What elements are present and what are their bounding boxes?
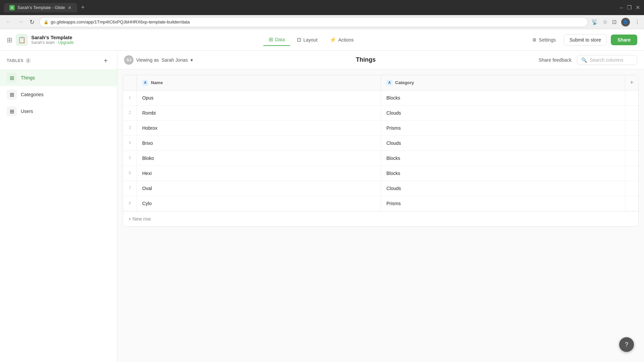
settings-label: Settings <box>539 37 556 43</box>
cast-icon: 📡 <box>591 19 598 25</box>
app-header: ⊞ 📋 Sarah's Template Sarah's team · Upgr… <box>0 29 644 51</box>
new-row-button[interactable]: + New row <box>123 212 381 226</box>
cell-category-6[interactable]: Blocks <box>381 166 625 181</box>
share-button[interactable]: Share <box>611 35 637 45</box>
address-bar[interactable]: 🔒 go.glideapps.com/app/1Tmp4IC6xPQJbHHRX… <box>39 17 588 27</box>
cell-category-3[interactable]: Prisms <box>381 121 625 135</box>
app-name-area: Sarah's Template Sarah's team · Upgrade <box>31 35 73 45</box>
sidebar-item-things[interactable]: ⊞ Things <box>0 69 117 86</box>
restore-button[interactable]: ❐ <box>627 4 632 11</box>
table-row: 6 Hexi Blocks <box>123 166 638 181</box>
cell-category-7[interactable]: Clouds <box>381 181 625 196</box>
cell-name-1[interactable]: Opus <box>137 90 381 105</box>
sidebar-item-categories[interactable]: ⊞ Categories <box>0 86 117 103</box>
viewing-as-selector[interactable]: SJ Viewing as Sarah Jonas ▾ <box>124 55 193 65</box>
cell-name-8[interactable]: Cylo <box>137 196 381 211</box>
cell-extra-4 <box>625 136 638 150</box>
user-avatar: SJ <box>124 55 133 65</box>
close-window-button[interactable]: ✕ <box>636 4 640 11</box>
cell-category-1[interactable]: Blocks <box>381 90 625 105</box>
cell-name-2[interactable]: Rombi <box>137 106 381 120</box>
add-table-button[interactable]: + <box>101 56 110 65</box>
sidebar: TABLES i + ⊞ Things ⊞ Categories ⊞ Users <box>0 51 117 362</box>
settings-button[interactable]: ⚙ Settings <box>528 35 560 45</box>
cell-extra-1 <box>625 90 638 105</box>
cell-name-5[interactable]: Bloko <box>137 151 381 166</box>
cell-extra-7 <box>625 181 638 196</box>
url-text: go.glideapps.com/app/1Tmp4IC6xPQJbHHRX6x… <box>51 19 190 24</box>
row-num-5: 5 <box>123 151 137 166</box>
cell-name-6[interactable]: Hexi <box>137 166 381 181</box>
layout-tab-label: Layout <box>303 37 317 43</box>
viewing-as-chevron-icon: ▾ <box>191 57 193 63</box>
cell-category-4[interactable]: Clouds <box>381 136 625 150</box>
data-toolbar-right: Share feedback 🔍 Search columns <box>539 55 637 65</box>
app-logo-area: ⊞ 📋 Sarah's Template Sarah's team · Upgr… <box>7 34 94 46</box>
profile-icon: ⊡ <box>612 19 616 25</box>
row-num-1: 1 <box>123 90 137 105</box>
cell-category-2[interactable]: Clouds <box>381 106 625 120</box>
browser-toolbar-icons: 📡 ☆ ⊡ 👤 ⋮ <box>591 18 640 26</box>
address-bar-row: ← → ↻ 🔒 go.glideapps.com/app/1Tmp4IC6xPQ… <box>0 15 644 29</box>
tab-layout[interactable]: ⊡ Layout <box>291 34 323 46</box>
name-col-type-icon: A <box>142 80 148 86</box>
back-button[interactable]: ← <box>4 17 13 27</box>
table-row: 3 Hobrox Prisms <box>123 121 638 136</box>
column-header-category[interactable]: A Category <box>381 75 625 90</box>
table-header-row: A Name A Category + <box>123 75 638 90</box>
users-table-label: Users <box>21 109 33 114</box>
new-row-area[interactable]: + New row <box>123 211 638 226</box>
things-table-label: Things <box>21 75 35 80</box>
cell-name-3[interactable]: Hobrox <box>137 121 381 135</box>
search-icon: 🔍 <box>581 57 587 63</box>
browser-tab[interactable]: G Sarah's Template - Glide ✕ <box>4 3 77 12</box>
main-content: TABLES i + ⊞ Things ⊞ Categories ⊞ Users <box>0 51 644 362</box>
apps-grid-icon[interactable]: ⊞ <box>7 36 12 44</box>
minimize-button[interactable]: – <box>620 5 623 11</box>
actions-tab-icon: ⚡ <box>330 37 336 43</box>
add-column-button[interactable]: + <box>625 75 638 90</box>
cell-category-5[interactable]: Blocks <box>381 151 625 166</box>
category-col-type-icon: A <box>386 80 392 86</box>
tab-actions[interactable]: ⚡ Actions <box>324 34 359 46</box>
upgrade-link[interactable]: Upgrade <box>58 40 73 45</box>
forward-button[interactable]: → <box>16 17 25 27</box>
users-table-icon: ⊞ <box>7 106 17 116</box>
layout-tab-icon: ⊡ <box>297 37 301 43</box>
star-icon[interactable]: ☆ <box>603 19 607 25</box>
app-name: Sarah's Template <box>31 35 73 40</box>
tab-close-btn[interactable]: ✕ <box>68 5 72 10</box>
table-title: Things <box>356 56 376 63</box>
submit-to-store-button[interactable]: Submit to store <box>564 34 607 46</box>
tables-info-icon[interactable]: i <box>25 58 31 63</box>
cell-name-7[interactable]: Oval <box>137 181 381 196</box>
row-num-7: 7 <box>123 181 137 196</box>
browser-chrome: G Sarah's Template - Glide ✕ + – ❐ ✕ <box>0 0 644 15</box>
cell-extra-5 <box>625 151 638 166</box>
categories-table-icon: ⊞ <box>7 89 17 100</box>
data-tab-label: Data <box>275 37 285 42</box>
sidebar-header: TABLES i + <box>0 56 117 69</box>
cell-name-4[interactable]: Brixo <box>137 136 381 150</box>
cell-extra-6 <box>625 166 638 181</box>
refresh-button[interactable]: ↻ <box>28 17 36 27</box>
table-row: 1 Opus Blocks <box>123 90 638 106</box>
sidebar-item-users[interactable]: ⊞ Users <box>0 103 117 120</box>
cell-extra-2 <box>625 106 638 120</box>
row-num-6: 6 <box>123 166 137 181</box>
tab-data[interactable]: ⊞ Data <box>263 34 290 46</box>
user-name-label: Sarah Jonas <box>161 57 188 63</box>
row-num-2: 2 <box>123 106 137 120</box>
actions-tab-label: Actions <box>338 37 354 43</box>
column-header-name[interactable]: A Name <box>137 75 381 90</box>
cell-category-8[interactable]: Prisms <box>381 196 625 211</box>
search-columns-input[interactable]: 🔍 Search columns <box>577 55 637 65</box>
new-tab-button[interactable]: + <box>80 4 86 11</box>
tab-favicon: G <box>9 5 15 10</box>
share-feedback-button[interactable]: Share feedback <box>539 57 572 63</box>
help-button[interactable]: ? <box>619 337 634 352</box>
row-num-4: 4 <box>123 136 137 150</box>
data-tab-icon: ⊞ <box>269 36 273 43</box>
menu-icon[interactable]: ⋮ <box>635 19 640 25</box>
table-row: 8 Cylo Prisms <box>123 196 638 211</box>
